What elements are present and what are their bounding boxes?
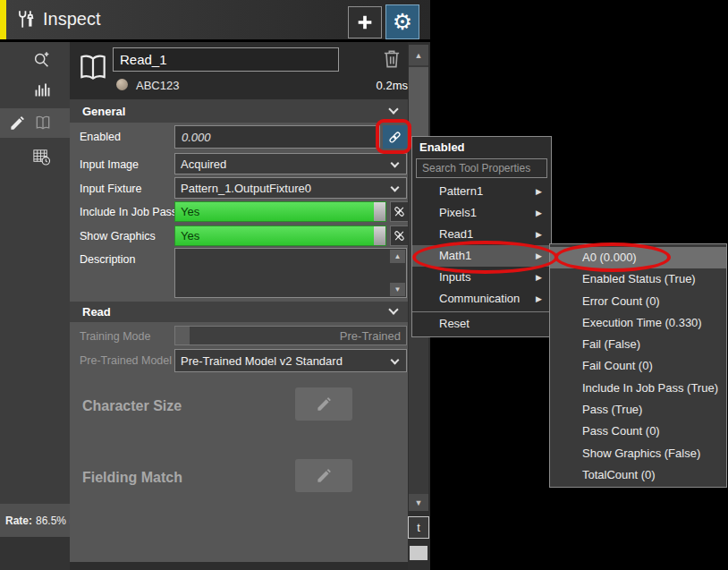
link-icon [387, 130, 402, 145]
scroll-down-button[interactable]: ▼ [390, 283, 405, 296]
menu-item-label: Inputs [439, 270, 470, 284]
submenu-item-a0[interactable]: A0 (0.000) [550, 247, 726, 268]
training-mode-label: Training Mode [80, 330, 150, 343]
menu-item-read1[interactable]: Read1 ▶ [412, 224, 551, 245]
menu-item-label: Pixels1 [439, 206, 477, 219]
menu-item-label: Pattern1 [439, 184, 483, 198]
toggle-handle[interactable] [374, 202, 385, 221]
sidebar-bottom-strip [0, 537, 70, 570]
add-tool-button[interactable] [348, 6, 382, 38]
chevron-down-icon [391, 159, 400, 168]
search-zoom-icon[interactable] [32, 50, 52, 70]
section-header-read[interactable]: Read [70, 302, 410, 322]
context-menu-title: Enabled [412, 137, 551, 158]
title-bar: Inspect ⚙ [0, 0, 430, 39]
tool-properties-panel: ABC123 0.2ms General Enabled Input Image [70, 42, 410, 570]
submenu-arrow-icon: ▶ [536, 288, 542, 310]
status-bar: Rate: 86.5% ( [0, 504, 70, 537]
submenu-item-include-in-job-pass[interactable]: Include In Job Pass (True) [550, 378, 726, 399]
scroll-up-button[interactable]: ▲ [390, 250, 405, 263]
submenu-item-fail-count[interactable]: Fail Count (0) [550, 355, 726, 377]
submenu-arrow-icon: ▶ [536, 202, 542, 224]
chevron-down-icon [391, 356, 400, 365]
submenu-item-execution-time[interactable]: Execution Time (0.330) [550, 312, 726, 334]
menu-item-label: Math1 [439, 249, 471, 262]
menu-item-reset[interactable]: Reset [412, 312, 551, 335]
description-field-wrap: ▲ ▼ [174, 248, 407, 298]
submenu-item-error-count[interactable]: Error Count (0) [550, 291, 726, 312]
training-mode-handle [175, 327, 190, 345]
submenu-item-fail[interactable]: Fail (False) [550, 334, 726, 355]
fielding-match-edit-button[interactable] [295, 459, 352, 492]
enabled-value-field[interactable] [174, 125, 380, 149]
scrollbar-down-button[interactable]: ▼ [409, 494, 428, 511]
sidebar-selected-row[interactable] [0, 108, 70, 138]
pretrained-model-label: Pre-Trained Model [80, 354, 172, 367]
pretrained-model-dropdown[interactable]: Pre-Trained Model v2 Standard [174, 349, 407, 372]
spreadsheet-icon[interactable] [31, 147, 52, 167]
include-in-job-pass-toggle[interactable]: Yes [174, 201, 386, 222]
toggle-value: Yes [181, 205, 199, 218]
settings-button[interactable]: ⚙ [385, 4, 419, 39]
show-graphics-toggle[interactable]: Yes [174, 225, 386, 246]
input-image-dropdown[interactable]: Acquired [174, 153, 407, 174]
trash-icon [380, 46, 403, 72]
input-image-value: Acquired [181, 157, 226, 171]
include-in-job-pass-label: Include In Job Pass [80, 206, 177, 218]
input-fixture-label: Input Fixture [80, 183, 141, 195]
app-title: Inspect [43, 9, 100, 30]
pencil-icon [316, 396, 333, 413]
toggle-value: Yes [181, 229, 199, 242]
menu-item-math1[interactable]: Math1 ▶ [412, 245, 551, 267]
menu-item-communication[interactable]: Communication ▶ [412, 288, 551, 310]
submenu-arrow-icon: ▶ [536, 181, 542, 202]
menu-item-pattern1[interactable]: Pattern1 ▶ [412, 181, 551, 202]
chevron-down-icon [388, 104, 398, 114]
input-fixture-dropdown[interactable]: Pattern_1.OutputFixture0 [174, 177, 407, 199]
unlink-show-graphics-button[interactable] [390, 225, 409, 246]
context-menu-list: Pattern1 ▶ Pixels1 ▶ Read1 ▶ Math1 ▶ Inp… [412, 181, 551, 310]
submenu-item-pass[interactable]: Pass (True) [550, 399, 726, 421]
menu-item-pixels1[interactable]: Pixels1 ▶ [412, 202, 551, 224]
search-tool-properties-input[interactable] [416, 158, 547, 178]
training-mode-control[interactable]: Pre-Trained [174, 326, 407, 345]
training-mode-value: Pre-Trained [340, 329, 401, 343]
menu-item-inputs[interactable]: Inputs ▶ [412, 267, 551, 288]
character-size-edit-button[interactable] [295, 387, 352, 421]
input-fixture-value: Pattern_1.OutputFixture0 [181, 182, 311, 195]
delete-tool-button[interactable] [380, 46, 403, 72]
unlink-icon [393, 205, 406, 218]
gear-icon: ⚙ [393, 9, 412, 35]
sidebar: Rate: 86.5% ( [0, 42, 70, 570]
submenu-item-totalcount[interactable]: TotalCount (0) [550, 464, 726, 486]
menu-item-label: Communication [439, 292, 520, 305]
pencil-icon [316, 467, 333, 484]
math1-submenu: A0 (0.000) Enabled Status (True) Error C… [549, 243, 727, 488]
link-property-button[interactable] [383, 125, 407, 149]
unlink-icon [393, 229, 406, 242]
rate-value: 86.5% ( [36, 515, 70, 527]
link-context-menu: Enabled Pattern1 ▶ Pixels1 ▶ Read1 ▶ Mat… [411, 136, 552, 337]
tools-icon [14, 8, 38, 31]
unlink-include-button[interactable] [390, 201, 409, 222]
application-window: Inspect ⚙ [0, 0, 728, 570]
submenu-item-enabled-status[interactable]: Enabled Status (True) [550, 268, 726, 290]
toggle-handle[interactable] [374, 226, 385, 245]
section-header-general[interactable]: General [70, 99, 410, 123]
submenu-item-pass-count[interactable]: Pass Count (0) [550, 421, 726, 442]
description-textarea[interactable] [174, 248, 407, 298]
clipped-button[interactable]: t [408, 516, 429, 539]
scrollbar-up-button[interactable]: ▲ [409, 45, 428, 65]
statistics-icon[interactable] [33, 81, 52, 99]
accent-strip [0, 0, 6, 39]
chevron-down-icon [391, 183, 400, 192]
submenu-arrow-icon: ▶ [536, 245, 542, 267]
scrollbar-thumb[interactable] [409, 67, 428, 146]
tool-name-input[interactable] [113, 47, 339, 72]
submenu-arrow-icon: ▶ [536, 224, 542, 245]
submenu-item-show-graphics[interactable]: Show Graphics (False) [550, 443, 726, 464]
section-title: Read [82, 305, 111, 319]
character-size-label: Character Size [82, 398, 182, 414]
chevron-down-icon [388, 304, 398, 314]
book-tab-icon [34, 114, 52, 132]
